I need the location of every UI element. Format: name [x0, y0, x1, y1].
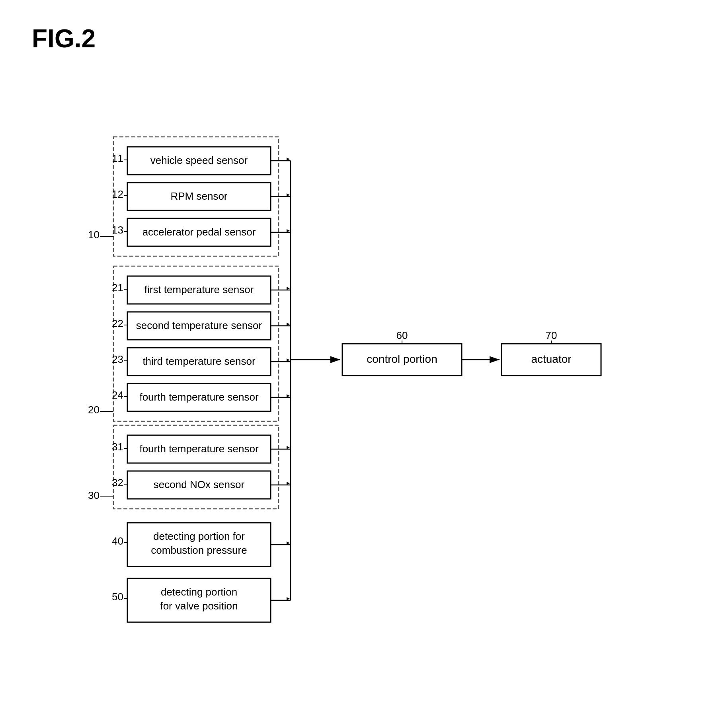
- svg-text:32: 32: [112, 477, 123, 489]
- svg-rect-10: [127, 276, 271, 304]
- svg-marker-87: [287, 541, 290, 545]
- svg-rect-14: [127, 348, 271, 376]
- svg-text:fourth temperature sensor: fourth temperature sensor: [139, 443, 258, 455]
- svg-text:accelerator pedal sensor: accelerator pedal sensor: [142, 226, 256, 238]
- svg-marker-85: [287, 446, 290, 449]
- svg-marker-88: [287, 597, 290, 600]
- svg-text:actuator: actuator: [531, 353, 571, 365]
- svg-marker-82: [287, 323, 290, 326]
- svg-text:control portion: control portion: [367, 353, 437, 365]
- svg-text:second NOx sensor: second NOx sensor: [154, 479, 245, 491]
- svg-text:detecting portion: detecting portion: [161, 586, 237, 598]
- svg-text:fourth temperature sensor: fourth temperature sensor: [139, 391, 258, 403]
- svg-rect-3: [113, 425, 279, 509]
- svg-text:for valve position: for valve position: [160, 600, 238, 612]
- svg-text:second temperature sensor: second temperature sensor: [136, 319, 262, 331]
- svg-text:first temperature sensor: first temperature sensor: [144, 284, 254, 296]
- svg-text:31: 31: [112, 441, 123, 453]
- svg-text:24: 24: [112, 389, 123, 401]
- svg-marker-86: [287, 482, 290, 485]
- svg-text:70: 70: [546, 329, 557, 341]
- svg-text:13: 13: [112, 224, 123, 236]
- svg-text:third temperature sensor: third temperature sensor: [142, 355, 256, 367]
- figure-title: FIG.2: [32, 24, 694, 53]
- svg-marker-78: [287, 158, 290, 161]
- svg-text:30: 30: [88, 489, 100, 501]
- svg-rect-12: [127, 312, 271, 340]
- svg-marker-79: [287, 193, 290, 197]
- svg-text:40: 40: [112, 535, 123, 547]
- svg-rect-4: [127, 147, 271, 175]
- svg-text:vehicle speed sensor: vehicle speed sensor: [150, 154, 248, 166]
- svg-rect-8: [127, 218, 271, 246]
- svg-text:10: 10: [88, 229, 100, 241]
- svg-rect-22: [127, 523, 271, 566]
- svg-rect-20: [127, 471, 271, 499]
- svg-text:combustion pressure: combustion pressure: [151, 544, 247, 556]
- svg-rect-1: [113, 137, 279, 256]
- svg-text:23: 23: [112, 353, 123, 365]
- svg-marker-83: [287, 358, 290, 362]
- svg-text:20: 20: [88, 404, 100, 416]
- svg-text:60: 60: [396, 329, 408, 341]
- svg-text:50: 50: [112, 591, 123, 603]
- svg-text:11: 11: [112, 152, 123, 164]
- svg-text:detecting portion for: detecting portion for: [153, 530, 245, 542]
- svg-marker-84: [287, 394, 290, 397]
- svg-text:12: 12: [112, 188, 123, 200]
- svg-rect-25: [127, 578, 271, 622]
- svg-rect-2: [113, 266, 279, 421]
- diagram-area: vehicle speed sensor RPM sensor accelera…: [32, 69, 694, 706]
- svg-rect-6: [127, 183, 271, 210]
- svg-text:RPM sensor: RPM sensor: [170, 190, 227, 202]
- svg-marker-80: [287, 229, 290, 232]
- svg-text:21: 21: [112, 282, 123, 294]
- svg-text:22: 22: [112, 317, 123, 329]
- svg-rect-16: [127, 383, 271, 411]
- svg-marker-81: [287, 287, 290, 290]
- svg-rect-28: [342, 344, 462, 376]
- svg-rect-18: [127, 435, 271, 463]
- page: FIG.2 vehicle speed sensor RPM sensor: [0, 0, 726, 728]
- svg-rect-30: [502, 344, 601, 376]
- diagram-svg: vehicle speed sensor RPM sensor accelera…: [32, 69, 694, 706]
